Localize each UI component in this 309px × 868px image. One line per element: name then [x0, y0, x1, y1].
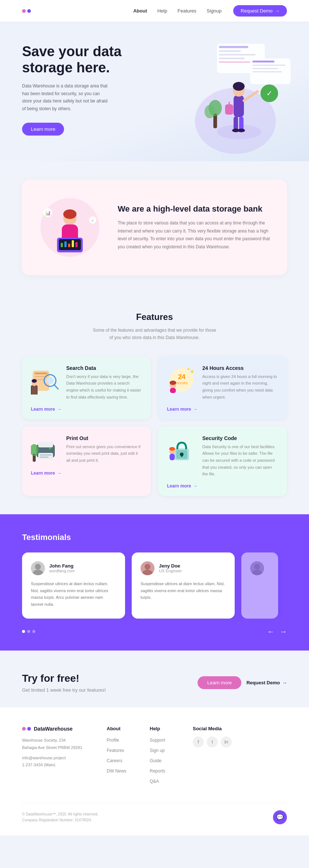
features-title: Features — [22, 312, 287, 322]
svg-point-26 — [205, 105, 215, 118]
feature-learn-print[interactable]: Learn more → — [31, 471, 142, 476]
hero-illustration: ✓ — [154, 44, 287, 147]
feature-card-security: Security Code Data Security is one of ou… — [158, 426, 287, 496]
footer-brand-name: DataWarehouse — [34, 726, 72, 732]
features-subtitle: Some of the features and advantages that… — [92, 327, 217, 342]
feature-learn-search[interactable]: Learn more → — [31, 407, 142, 412]
feature-text-search: Search Data Don't worry if your data is … — [66, 365, 142, 401]
svg-rect-33 — [61, 243, 63, 247]
hero-content: Save your data storage here. Data Wareho… — [22, 44, 147, 136]
chat-button[interactable]: 💬 — [273, 810, 287, 824]
feature-text-access: 24 Hours Access Access is given 24 hours… — [202, 365, 278, 401]
linkedin-icon[interactable]: in — [221, 736, 232, 748]
svg-rect-3 — [219, 54, 256, 55]
logo-dot-purple — [27, 9, 31, 13]
nav-help[interactable]: Help — [157, 8, 167, 14]
svg-rect-34 — [64, 241, 67, 247]
svg-rect-43 — [35, 372, 47, 374]
footer-link-signup[interactable]: Sign up — [150, 748, 165, 753]
footer-link-reports[interactable]: Reports — [150, 768, 165, 774]
svg-rect-4 — [219, 58, 245, 59]
footer-link-qa[interactable]: Q&A — [150, 779, 159, 784]
twitter-icon[interactable]: t — [207, 736, 218, 748]
facebook-icon[interactable]: f — [193, 736, 204, 748]
feature-text-print: Print Out Print out service gives you co… — [66, 435, 142, 464]
testimonial-info-0: John Fang wordfang.com — [49, 563, 75, 573]
feature-learn-security[interactable]: Learn more → — [167, 483, 278, 489]
try-content: Try for free! Get limited 1 week free tr… — [22, 673, 198, 693]
svg-rect-37 — [75, 242, 78, 247]
footer: DataWarehouse Warehouse Society, 234 Bah… — [0, 707, 309, 835]
svg-rect-75 — [170, 454, 175, 460]
feature-card-print: Print Out Print out service gives you co… — [22, 426, 151, 496]
testimonial-role-0: wordfang.com — [49, 569, 75, 573]
footer-link-guide[interactable]: Guide — [150, 758, 161, 763]
footer-link-careers[interactable]: Careers — [107, 758, 122, 763]
about-illustration: 📊 ✓ — [37, 194, 103, 260]
testimonial-card-1: Jeny Doe UX Engineer Suspendisse ultrice… — [132, 552, 235, 619]
try-learn-button[interactable]: Learn more — [198, 676, 241, 689]
svg-rect-10 — [252, 71, 282, 72]
footer-col-help: Help Support Sign up Guide Reports Q&A — [150, 726, 182, 788]
testimonial-name-1: Jeny Doe — [159, 563, 182, 569]
prev-arrow-button[interactable]: ← — [267, 627, 274, 636]
nav-about[interactable]: About — [133, 8, 147, 14]
footer-col-about: About Profile Features Careers DW News — [107, 726, 139, 788]
svg-point-57 — [170, 381, 176, 385]
svg-rect-1 — [219, 46, 248, 48]
logo — [22, 9, 31, 13]
svg-rect-8 — [252, 65, 285, 66]
avatar-2 — [250, 561, 264, 575]
footer-link-profile[interactable]: Profile — [107, 738, 119, 743]
svg-point-74 — [169, 447, 175, 451]
svg-text:✓: ✓ — [266, 89, 273, 97]
svg-rect-58 — [170, 388, 176, 393]
print-icon — [31, 435, 60, 465]
svg-point-80 — [145, 564, 150, 570]
footer-legal: © DataWarehouse™, 2020. All rights reser… — [22, 811, 99, 823]
footer-link-features[interactable]: Features — [107, 748, 124, 753]
nav-features[interactable]: Features — [177, 8, 196, 14]
hero-title: Save your data storage here. — [22, 44, 147, 76]
testimonial-info-1: Jeny Doe UX Engineer — [159, 563, 182, 573]
testimonial-header-0: John Fang wordfang.com — [31, 561, 116, 575]
hero-learn-button[interactable]: Learn more — [22, 123, 64, 136]
chat-icon: 💬 — [276, 814, 284, 821]
arrow-right-icon4: → — [193, 483, 198, 489]
footer-col-about-links: Profile Features Careers DW News — [107, 736, 139, 774]
feature-card-access: 24 HOURS ★ ★ 24 Hours Access Access is g… — [158, 356, 287, 419]
request-demo-button[interactable]: Request Demo → — [233, 5, 287, 17]
footer-dot-purple — [27, 727, 31, 731]
about-title: We are a high-level data storage bank — [118, 204, 272, 215]
svg-text:✓: ✓ — [91, 219, 94, 223]
svg-rect-35 — [68, 244, 70, 247]
navbar: About Help Features Signup Request Demo … — [0, 0, 309, 22]
about-section: 📊 ✓ We are a high-level data storage ban… — [0, 161, 309, 293]
carousel-dots — [22, 630, 35, 633]
dot-2[interactable] — [32, 630, 35, 633]
svg-rect-20 — [234, 116, 238, 130]
svg-point-47 — [46, 377, 54, 384]
arrow-icon: → — [275, 8, 280, 14]
footer-dot-pink — [22, 727, 26, 731]
testimonials-cards: John Fang wordfang.com Suspendisse ultri… — [22, 552, 287, 619]
security-icon — [167, 435, 196, 465]
try-demo-button[interactable]: Request Demo → — [246, 680, 287, 685]
svg-rect-2 — [219, 50, 241, 52]
features-section: Features Some of the features and advant… — [0, 293, 309, 514]
about-content: We are a high-level data storage bank Th… — [118, 204, 272, 251]
footer-link-support[interactable]: Support — [150, 738, 165, 743]
nav-signup[interactable]: Signup — [207, 8, 221, 14]
dot-0[interactable] — [22, 630, 25, 633]
footer-col-help-heading: Help — [150, 726, 182, 731]
testimonials-nav: ← → — [22, 627, 287, 636]
dot-1[interactable] — [27, 630, 30, 633]
svg-rect-50 — [32, 386, 37, 395]
next-arrow-button[interactable]: → — [280, 627, 287, 636]
footer-link-dwnews[interactable]: DW News — [107, 768, 126, 774]
feature-learn-access[interactable]: Learn more → — [167, 407, 278, 412]
social-icons: f t in — [193, 736, 232, 748]
svg-point-29 — [63, 209, 77, 219]
feature-desc-access: Access is given 24 hours a full morning … — [202, 373, 278, 401]
footer-logo-dots — [22, 727, 31, 731]
